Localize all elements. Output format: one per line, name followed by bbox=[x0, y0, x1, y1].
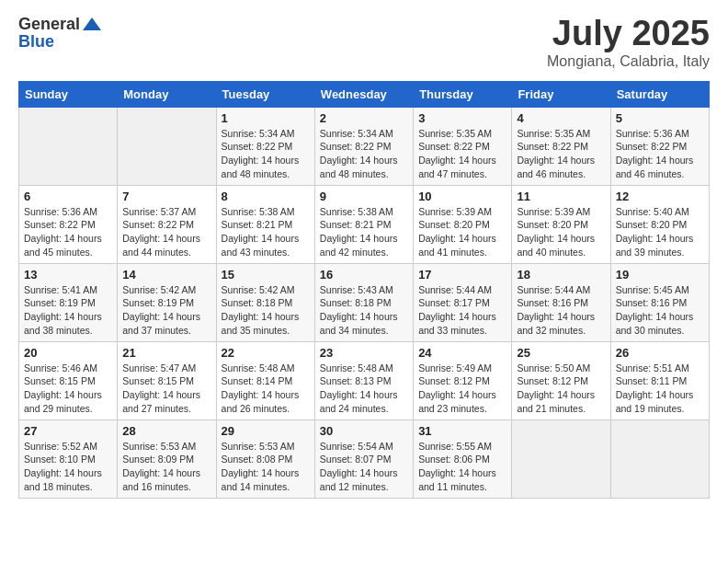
day-detail: Sunrise: 5:42 AM Sunset: 8:18 PM Dayligh… bbox=[222, 283, 310, 338]
day-detail: Sunrise: 5:36 AM Sunset: 8:22 PM Dayligh… bbox=[24, 205, 112, 259]
calendar-week-row: 1Sunrise: 5:34 AM Sunset: 8:22 PM Daylig… bbox=[19, 107, 710, 185]
table-row: 31Sunrise: 5:55 AM Sunset: 8:06 PM Dayli… bbox=[414, 419, 512, 498]
title-block: July 2025 Mongiana, Calabria, Italy bbox=[547, 15, 710, 70]
day-detail: Sunrise: 5:35 AM Sunset: 8:22 PM Dayligh… bbox=[517, 127, 605, 181]
day-number: 9 bbox=[320, 190, 408, 203]
calendar-body: 1Sunrise: 5:34 AM Sunset: 8:22 PM Daylig… bbox=[19, 107, 710, 498]
table-row: 26Sunrise: 5:51 AM Sunset: 8:11 PM Dayli… bbox=[610, 341, 709, 419]
day-number: 19 bbox=[616, 268, 704, 282]
weekday-header-row: Sunday Monday Tuesday Wednesday Thursday… bbox=[19, 81, 710, 107]
day-detail: Sunrise: 5:40 AM Sunset: 8:20 PM Dayligh… bbox=[616, 205, 704, 259]
day-number: 7 bbox=[122, 190, 210, 203]
day-number: 2 bbox=[320, 111, 408, 125]
day-detail: Sunrise: 5:53 AM Sunset: 8:09 PM Dayligh… bbox=[122, 440, 210, 494]
table-row: 16Sunrise: 5:43 AM Sunset: 8:18 PM Dayli… bbox=[314, 263, 413, 341]
day-number: 28 bbox=[122, 424, 210, 438]
day-number: 10 bbox=[418, 190, 506, 203]
table-row: 19Sunrise: 5:45 AM Sunset: 8:16 PM Dayli… bbox=[610, 263, 709, 341]
header-friday: Friday bbox=[512, 81, 610, 107]
day-number: 12 bbox=[616, 190, 704, 203]
day-number: 31 bbox=[418, 424, 506, 438]
header-sunday: Sunday bbox=[19, 81, 118, 107]
table-row bbox=[118, 107, 216, 185]
day-detail: Sunrise: 5:49 AM Sunset: 8:12 PM Dayligh… bbox=[418, 362, 506, 416]
table-row: 1Sunrise: 5:34 AM Sunset: 8:22 PM Daylig… bbox=[216, 107, 314, 185]
day-detail: Sunrise: 5:51 AM Sunset: 8:11 PM Dayligh… bbox=[616, 362, 704, 416]
day-detail: Sunrise: 5:43 AM Sunset: 8:18 PM Dayligh… bbox=[320, 283, 408, 338]
calendar-table: Sunday Monday Tuesday Wednesday Thursday… bbox=[18, 81, 710, 499]
day-number: 14 bbox=[122, 268, 210, 282]
day-number: 1 bbox=[222, 111, 310, 125]
table-row: 9Sunrise: 5:38 AM Sunset: 8:21 PM Daylig… bbox=[314, 185, 413, 263]
table-row: 6Sunrise: 5:36 AM Sunset: 8:22 PM Daylig… bbox=[19, 185, 118, 263]
table-row: 22Sunrise: 5:48 AM Sunset: 8:14 PM Dayli… bbox=[216, 341, 314, 419]
table-row: 27Sunrise: 5:52 AM Sunset: 8:10 PM Dayli… bbox=[19, 419, 118, 498]
table-row: 15Sunrise: 5:42 AM Sunset: 8:18 PM Dayli… bbox=[216, 263, 314, 341]
table-row: 2Sunrise: 5:34 AM Sunset: 8:22 PM Daylig… bbox=[314, 107, 413, 185]
day-number: 20 bbox=[24, 346, 112, 360]
day-detail: Sunrise: 5:46 AM Sunset: 8:15 PM Dayligh… bbox=[24, 362, 112, 416]
calendar-week-row: 6Sunrise: 5:36 AM Sunset: 8:22 PM Daylig… bbox=[19, 185, 710, 263]
table-row: 20Sunrise: 5:46 AM Sunset: 8:15 PM Dayli… bbox=[19, 341, 118, 419]
header-saturday: Saturday bbox=[610, 81, 709, 107]
day-number: 22 bbox=[222, 346, 310, 360]
table-row: 8Sunrise: 5:38 AM Sunset: 8:21 PM Daylig… bbox=[216, 185, 314, 263]
day-detail: Sunrise: 5:41 AM Sunset: 8:19 PM Dayligh… bbox=[24, 283, 112, 338]
table-row: 12Sunrise: 5:40 AM Sunset: 8:20 PM Dayli… bbox=[610, 185, 709, 263]
day-number: 29 bbox=[222, 424, 310, 438]
day-detail: Sunrise: 5:34 AM Sunset: 8:22 PM Dayligh… bbox=[320, 127, 408, 181]
day-number: 30 bbox=[320, 424, 408, 438]
day-detail: Sunrise: 5:42 AM Sunset: 8:19 PM Dayligh… bbox=[122, 283, 210, 338]
table-row: 4Sunrise: 5:35 AM Sunset: 8:22 PM Daylig… bbox=[512, 107, 610, 185]
table-row: 18Sunrise: 5:44 AM Sunset: 8:16 PM Dayli… bbox=[512, 263, 610, 341]
table-row: 24Sunrise: 5:49 AM Sunset: 8:12 PM Dayli… bbox=[414, 341, 512, 419]
table-row: 3Sunrise: 5:35 AM Sunset: 8:22 PM Daylig… bbox=[414, 107, 512, 185]
logo: General Blue bbox=[18, 15, 101, 52]
table-row bbox=[512, 419, 610, 498]
table-row: 11Sunrise: 5:39 AM Sunset: 8:20 PM Dayli… bbox=[512, 185, 610, 263]
day-number: 17 bbox=[418, 268, 506, 282]
calendar-header: Sunday Monday Tuesday Wednesday Thursday… bbox=[19, 81, 710, 107]
table-row: 23Sunrise: 5:48 AM Sunset: 8:13 PM Dayli… bbox=[314, 341, 413, 419]
table-row: 10Sunrise: 5:39 AM Sunset: 8:20 PM Dayli… bbox=[414, 185, 512, 263]
calendar-week-row: 27Sunrise: 5:52 AM Sunset: 8:10 PM Dayli… bbox=[19, 419, 710, 498]
logo-blue: Blue bbox=[18, 32, 54, 52]
day-number: 8 bbox=[222, 190, 310, 203]
day-detail: Sunrise: 5:54 AM Sunset: 8:07 PM Dayligh… bbox=[320, 440, 408, 494]
header-wednesday: Wednesday bbox=[314, 81, 413, 107]
logo-triangle-icon bbox=[83, 17, 101, 30]
day-number: 24 bbox=[418, 346, 506, 360]
day-detail: Sunrise: 5:39 AM Sunset: 8:20 PM Dayligh… bbox=[517, 205, 605, 259]
table-row: 30Sunrise: 5:54 AM Sunset: 8:07 PM Dayli… bbox=[314, 419, 413, 498]
day-number: 13 bbox=[24, 268, 112, 282]
header: General Blue July 2025 Mongiana, Calabri… bbox=[18, 15, 710, 70]
table-row: 13Sunrise: 5:41 AM Sunset: 8:19 PM Dayli… bbox=[19, 263, 118, 341]
table-row: 17Sunrise: 5:44 AM Sunset: 8:17 PM Dayli… bbox=[414, 263, 512, 341]
day-detail: Sunrise: 5:38 AM Sunset: 8:21 PM Dayligh… bbox=[320, 205, 408, 259]
day-detail: Sunrise: 5:53 AM Sunset: 8:08 PM Dayligh… bbox=[222, 440, 310, 494]
day-number: 27 bbox=[24, 424, 112, 438]
day-number: 11 bbox=[517, 190, 605, 203]
table-row: 7Sunrise: 5:37 AM Sunset: 8:22 PM Daylig… bbox=[118, 185, 216, 263]
day-number: 16 bbox=[320, 268, 408, 282]
day-number: 23 bbox=[320, 346, 408, 360]
day-number: 6 bbox=[24, 190, 112, 203]
day-detail: Sunrise: 5:47 AM Sunset: 8:15 PM Dayligh… bbox=[122, 362, 210, 416]
day-detail: Sunrise: 5:50 AM Sunset: 8:12 PM Dayligh… bbox=[517, 362, 605, 416]
day-number: 26 bbox=[616, 346, 704, 360]
day-number: 5 bbox=[616, 111, 704, 125]
day-detail: Sunrise: 5:48 AM Sunset: 8:13 PM Dayligh… bbox=[320, 362, 408, 416]
month-year-title: July 2025 bbox=[547, 15, 710, 53]
day-number: 15 bbox=[222, 268, 310, 282]
day-detail: Sunrise: 5:37 AM Sunset: 8:22 PM Dayligh… bbox=[122, 205, 210, 259]
table-row: 25Sunrise: 5:50 AM Sunset: 8:12 PM Dayli… bbox=[512, 341, 610, 419]
calendar-week-row: 20Sunrise: 5:46 AM Sunset: 8:15 PM Dayli… bbox=[19, 341, 710, 419]
day-detail: Sunrise: 5:36 AM Sunset: 8:22 PM Dayligh… bbox=[616, 127, 704, 181]
day-detail: Sunrise: 5:52 AM Sunset: 8:10 PM Dayligh… bbox=[24, 440, 112, 494]
day-detail: Sunrise: 5:38 AM Sunset: 8:21 PM Dayligh… bbox=[222, 205, 310, 259]
day-number: 3 bbox=[418, 111, 506, 125]
header-thursday: Thursday bbox=[414, 81, 512, 107]
day-detail: Sunrise: 5:35 AM Sunset: 8:22 PM Dayligh… bbox=[418, 127, 506, 181]
day-detail: Sunrise: 5:34 AM Sunset: 8:22 PM Dayligh… bbox=[222, 127, 310, 181]
day-detail: Sunrise: 5:39 AM Sunset: 8:20 PM Dayligh… bbox=[418, 205, 506, 259]
